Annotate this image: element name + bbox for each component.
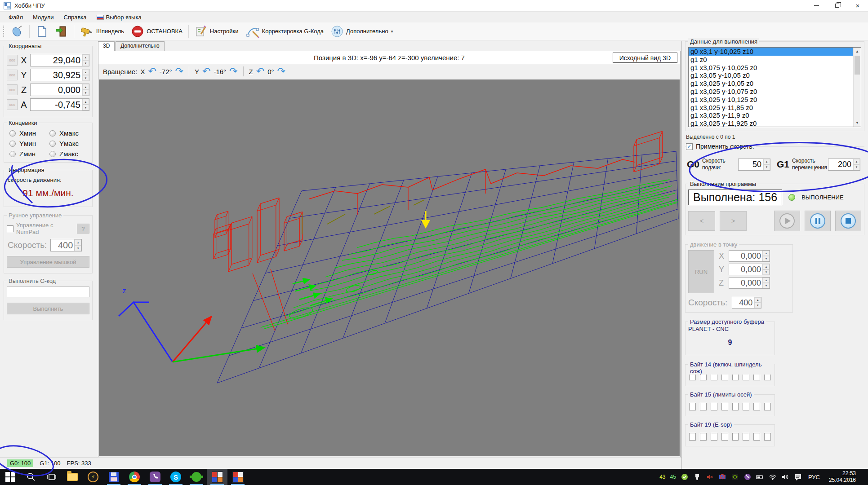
scroll-thumb[interactable] (855, 56, 860, 75)
zero-y-button[interactable]: 000 (7, 70, 18, 80)
gcode-line[interactable]: g1 z0 (689, 56, 853, 64)
gcode-line[interactable]: g1 x3,075 y-10,025 z0 (689, 64, 853, 72)
bit-checkbox[interactable] (743, 403, 749, 410)
restore-button[interactable] (827, 0, 847, 11)
bit-checkbox[interactable] (689, 403, 696, 410)
gcode-line[interactable]: g0 x3,1 y-10,025 z10 (689, 48, 853, 56)
rotate-z-ccw-button[interactable]: ↶ (256, 66, 264, 76)
zero-z-button[interactable]: 000 (7, 84, 18, 95)
bit-checkbox[interactable] (700, 433, 707, 441)
rotate-z-cw-button[interactable]: ↷ (277, 66, 285, 76)
gcode-input[interactable] (7, 287, 89, 297)
antivirus-tray-icon[interactable] (681, 473, 689, 481)
spin-up[interactable]: ▲ (82, 84, 89, 90)
rotate-y-ccw-button[interactable]: ↶ (202, 66, 210, 76)
bit-checkbox[interactable] (732, 433, 739, 441)
engrave-tool-button[interactable] (8, 24, 27, 39)
muted-speaker-tray-icon[interactable] (706, 473, 714, 481)
g1-speed-field[interactable]: 200 ▲▼ (828, 159, 860, 171)
spin-down[interactable]: ▼ (82, 60, 89, 66)
limit-indicator[interactable] (49, 141, 56, 147)
gcode-correction-button[interactable]: Корректировка G-Кода (243, 24, 327, 39)
extra-button[interactable]: Дополнительно ▾ (328, 24, 396, 39)
tab-3d[interactable]: 3D (98, 41, 115, 51)
help-button[interactable]: ? (77, 224, 89, 234)
spin-down[interactable]: ▼ (763, 164, 770, 170)
spin-up[interactable]: ▲ (763, 159, 770, 165)
limit-indicator[interactable] (9, 151, 16, 157)
spin-down[interactable]: ▼ (763, 256, 770, 261)
manual-speed-field[interactable]: 400 ▲▼ (50, 239, 82, 251)
spin-up[interactable]: ▲ (82, 54, 89, 60)
mouse-control-button[interactable]: Управление мышкой (7, 256, 89, 268)
open-file-button[interactable] (32, 24, 51, 39)
menu-help[interactable]: Справка (60, 13, 91, 22)
move-z-field[interactable]: 0,000 ▲▼ (729, 277, 770, 289)
spin-up[interactable]: ▲ (763, 264, 770, 269)
list-scrollbar[interactable]: ▲ ▼ (853, 48, 861, 127)
task-view-button[interactable] (41, 469, 62, 485)
skype-button[interactable]: S (165, 469, 186, 485)
spin-down[interactable]: ▼ (75, 245, 81, 251)
wifi-tray-icon[interactable] (769, 473, 777, 481)
execute-button[interactable]: Выполнить (7, 303, 89, 314)
limit-indicator[interactable] (49, 130, 56, 137)
bit-checkbox[interactable] (700, 403, 707, 410)
rotate-x-ccw-button[interactable]: ↶ (148, 66, 156, 76)
bit-checkbox[interactable] (732, 403, 739, 410)
save-app-button[interactable] (103, 469, 124, 485)
usb-tray-icon[interactable] (693, 473, 701, 481)
menu-language[interactable]: Выбор языка (93, 13, 146, 22)
limit-indicator[interactable] (49, 151, 56, 157)
gcode-line[interactable]: g1 x3,025 y-10,125 z0 (689, 96, 853, 104)
spin-down[interactable]: ▼ (82, 90, 89, 96)
daemon-tools-button[interactable]: ⚡ (83, 469, 103, 485)
tab-extra[interactable]: Дополнительно (116, 41, 164, 51)
apply-speed-checkbox[interactable]: ✓ (686, 143, 693, 150)
green-app-button[interactable] (186, 469, 207, 485)
spin-up[interactable]: ▲ (763, 251, 770, 256)
z-coordinate-field[interactable]: 0,000 ▲▼ (30, 84, 89, 96)
move-x-field[interactable]: 0,000 ▲▼ (729, 250, 770, 262)
minimize-button[interactable] (806, 0, 827, 11)
gcode-list[interactable]: g0 x3,1 y-10,025 z10g1 z0g1 x3,075 y-10,… (688, 47, 861, 127)
spin-down[interactable]: ▼ (754, 303, 761, 308)
close-button[interactable]: × (847, 0, 868, 11)
spin-up[interactable]: ▲ (75, 239, 81, 245)
limit-indicator[interactable] (9, 130, 16, 137)
next-line-button[interactable]: > (720, 211, 747, 231)
notifications-tray-icon[interactable] (794, 473, 802, 481)
viber-tray-icon[interactable] (743, 473, 752, 481)
bit-checkbox[interactable] (711, 433, 717, 441)
bit-checkbox[interactable] (743, 433, 749, 441)
bit-checkbox[interactable] (689, 433, 696, 441)
play-button[interactable] (774, 211, 800, 231)
menu-modules[interactable]: Модули (29, 13, 58, 22)
scroll-down-button[interactable]: ▼ (854, 119, 861, 127)
bit-checkbox[interactable] (753, 433, 760, 441)
spin-down[interactable]: ▼ (853, 164, 860, 170)
move-y-field[interactable]: 0,000 ▲▼ (729, 264, 770, 275)
pause-button[interactable] (805, 211, 831, 231)
bit-checkbox[interactable] (764, 403, 771, 410)
spin-up[interactable]: ▲ (853, 159, 860, 165)
gcode-line[interactable]: g1 x3,025 y-10,075 z0 (689, 88, 853, 96)
rotate-y-cw-button[interactable]: ↷ (229, 66, 237, 76)
viber-button[interactable] (145, 469, 165, 485)
exit-button[interactable] (52, 24, 71, 39)
reset-view-button[interactable]: Исходный вид 3D (613, 53, 677, 63)
spin-up[interactable]: ▲ (754, 297, 761, 303)
x-coordinate-field[interactable]: 29,040 ▲▼ (30, 54, 89, 66)
g0-speed-field[interactable]: 50 ▲▼ (738, 159, 770, 171)
volume-tray-icon[interactable] (781, 473, 789, 481)
numpad-checkbox[interactable] (7, 225, 13, 232)
limit-indicator[interactable] (9, 141, 16, 147)
battery-tray-icon[interactable] (756, 473, 764, 481)
move-speed-field[interactable]: 400 ▲▼ (732, 297, 761, 309)
gcode-line[interactable]: g1 x3,025 y-11,9 z0 (689, 111, 853, 119)
stop-program-button[interactable] (835, 211, 861, 231)
language-indicator[interactable]: РУС (806, 474, 822, 481)
start-button[interactable] (0, 469, 21, 485)
gcode-line[interactable]: g1 x3,05 y-10,05 z0 (689, 71, 853, 79)
bit-checkbox[interactable] (721, 433, 728, 441)
